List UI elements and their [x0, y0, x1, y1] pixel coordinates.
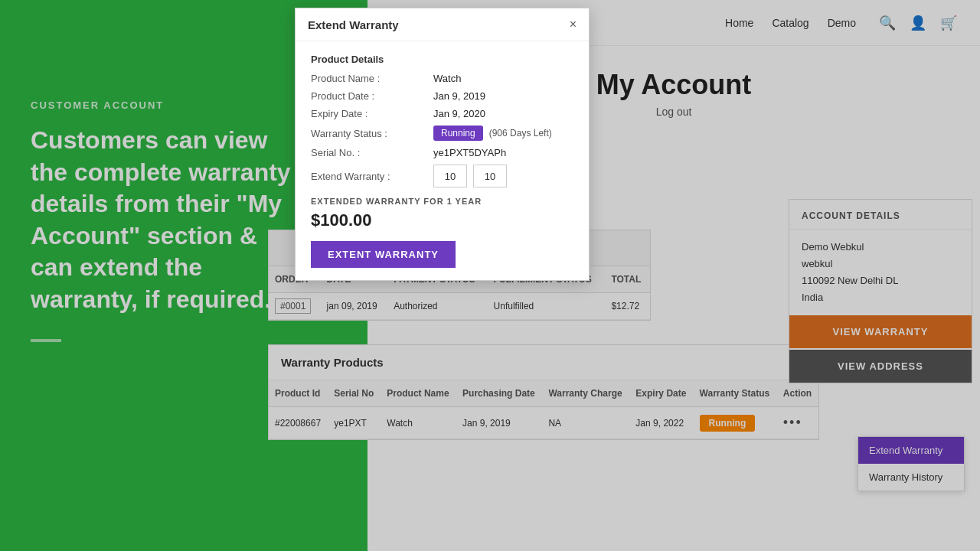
expiry-date-row: Expiry Date : Jan 9, 2020 — [311, 108, 573, 119]
product-details-heading: Product Details — [311, 54, 573, 65]
expiry-date-value: Jan 9, 2020 — [433, 108, 485, 119]
warranty-status-badge: Running — [433, 126, 483, 141]
product-date-label: Product Date : — [311, 90, 433, 102]
extend-warranty-modal: Extend Warranty × Product Details Produc… — [295, 8, 590, 281]
days-left-text: (906 Days Left) — [489, 128, 552, 139]
modal-close-button[interactable]: × — [570, 18, 577, 31]
serial-no-value: ye1PXT5DYAPh — [433, 147, 506, 158]
warranty-status-label: Warranty Status : — [311, 128, 433, 139]
product-date-value: Jan 9, 2019 — [433, 90, 485, 102]
product-name-row: Product Name : Watch — [311, 73, 573, 84]
serial-no-row: Serial No. : ye1PXT5DYAPh — [311, 147, 573, 158]
extend-input-1[interactable] — [433, 165, 467, 187]
modal-title: Extend Warranty — [308, 18, 399, 31]
extent-warranty-button[interactable]: EXTENT WARRANTY — [311, 241, 456, 268]
extended-warranty-for-label: EXTENDED WARRANTY FOR 1 YEAR — [311, 197, 573, 206]
product-name-label: Product Name : — [311, 73, 433, 84]
product-name-value: Watch — [433, 73, 461, 84]
price-display: $100.00 — [311, 210, 573, 230]
extend-warranty-label: Extend Warranty : — [311, 171, 433, 182]
extend-warranty-row: Extend Warranty : — [311, 165, 573, 187]
modal-body: Product Details Product Name : Watch Pro… — [296, 41, 589, 280]
warranty-status-row: Warranty Status : Running (906 Days Left… — [311, 126, 573, 141]
product-date-row: Product Date : Jan 9, 2019 — [311, 90, 573, 102]
serial-no-label: Serial No. : — [311, 147, 433, 158]
modal-header: Extend Warranty × — [296, 8, 589, 41]
expiry-date-label: Expiry Date : — [311, 108, 433, 119]
extend-warranty-inputs — [433, 165, 507, 187]
extend-input-2[interactable] — [473, 165, 507, 187]
